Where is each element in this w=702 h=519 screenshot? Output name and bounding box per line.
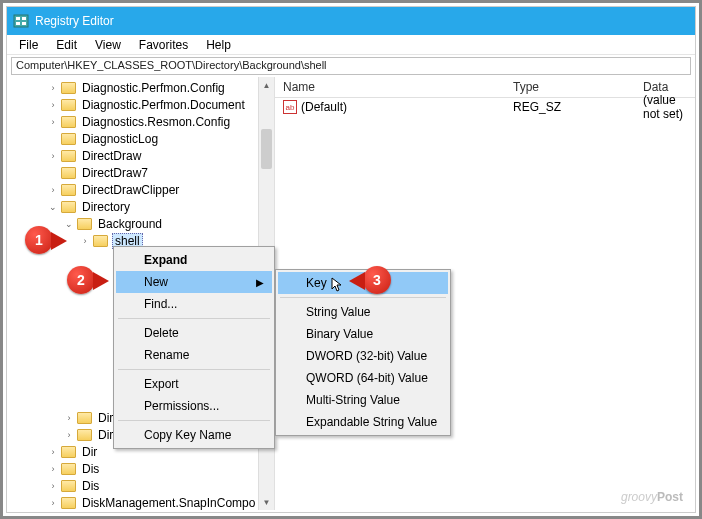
expand-icon[interactable] [47, 184, 59, 196]
callout-1: 1 [25, 226, 69, 256]
folder-icon [61, 446, 76, 458]
menu-bar: File Edit View Favorites Help [7, 35, 695, 55]
address-input[interactable]: Computer\HKEY_CLASSES_ROOT\Directory\Bac… [11, 57, 691, 75]
folder-icon [61, 116, 76, 128]
menu-rename[interactable]: Rename [116, 344, 272, 366]
expand-icon[interactable] [63, 412, 75, 424]
menu-copy-key-name[interactable]: Copy Key Name [116, 424, 272, 446]
submenu-dword[interactable]: DWORD (32-bit) Value [278, 345, 448, 367]
folder-icon [61, 480, 76, 492]
tree-item[interactable]: DiskManagement.SnapInCompo [80, 496, 257, 510]
menu-separator [118, 369, 270, 370]
value-data: (value not set) [635, 93, 695, 121]
folder-icon [93, 235, 108, 247]
folder-icon [61, 201, 76, 213]
menu-permissions[interactable]: Permissions... [116, 395, 272, 417]
svg-rect-1 [16, 17, 20, 20]
tree-item[interactable]: DirectDraw7 [80, 166, 150, 180]
tree-item-background[interactable]: Background [96, 217, 164, 231]
tree-item[interactable]: DiagnosticLog [80, 132, 160, 146]
menu-find[interactable]: Find... [116, 293, 272, 315]
tree-item[interactable]: Dir [80, 445, 99, 459]
submenu-multi-string[interactable]: Multi-String Value [278, 389, 448, 411]
svg-rect-3 [22, 17, 26, 20]
folder-icon [77, 412, 92, 424]
folder-icon [61, 167, 76, 179]
folder-icon [61, 184, 76, 196]
expand-icon[interactable] [63, 429, 75, 441]
title-bar: Registry Editor [7, 7, 695, 35]
menu-separator [118, 318, 270, 319]
svg-rect-2 [16, 22, 20, 25]
tree-item[interactable]: Diagnostic.Perfmon.Config [80, 81, 227, 95]
folder-icon [61, 150, 76, 162]
submenu-string[interactable]: String Value [278, 301, 448, 323]
menu-separator [118, 420, 270, 421]
submenu-qword[interactable]: QWORD (64-bit) Value [278, 367, 448, 389]
scroll-down-icon[interactable]: ▼ [259, 494, 274, 510]
menu-export[interactable]: Export [116, 373, 272, 395]
tree-item[interactable]: DirectDraw [80, 149, 143, 163]
tree-item[interactable]: Dis [80, 462, 101, 476]
folder-icon [77, 429, 92, 441]
collapse-icon[interactable] [47, 201, 59, 213]
expand-icon[interactable] [47, 463, 59, 475]
folder-icon [61, 82, 76, 94]
column-type[interactable]: Type [505, 77, 635, 97]
tree-item[interactable]: Diagnostics.Resmon.Config [80, 115, 232, 129]
callout-3: 3 [363, 266, 407, 296]
tree-item[interactable]: Diagnostic.Perfmon.Document [80, 98, 247, 112]
scroll-thumb[interactable] [261, 129, 272, 169]
address-bar: Computer\HKEY_CLASSES_ROOT\Directory\Bac… [7, 55, 695, 77]
submenu-binary[interactable]: Binary Value [278, 323, 448, 345]
folder-icon [61, 497, 76, 509]
expand-icon[interactable] [47, 480, 59, 492]
string-value-icon: ab [283, 100, 297, 114]
context-menu: Expand New▶ Find... Delete Rename Export… [113, 246, 275, 449]
tree-item[interactable]: Dis [80, 479, 101, 493]
svg-rect-4 [22, 22, 26, 25]
expand-icon[interactable] [47, 446, 59, 458]
menu-edit[interactable]: Edit [48, 36, 85, 54]
value-name: (Default) [301, 100, 347, 114]
value-type: REG_SZ [505, 100, 635, 114]
tree-item[interactable]: DirectDrawClipper [80, 183, 181, 197]
tree-item-directory[interactable]: Directory [80, 200, 132, 214]
menu-favorites[interactable]: Favorites [131, 36, 196, 54]
expand-icon[interactable] [79, 235, 91, 247]
scroll-up-icon[interactable]: ▲ [259, 77, 274, 93]
folder-icon [77, 218, 92, 230]
list-header: Name Type Data [275, 77, 695, 98]
column-name[interactable]: Name [275, 77, 505, 97]
expand-icon[interactable] [47, 82, 59, 94]
cursor-icon [331, 277, 347, 293]
expand-icon[interactable] [47, 497, 59, 509]
expand-icon[interactable] [47, 99, 59, 111]
menu-delete[interactable]: Delete [116, 322, 272, 344]
window-title: Registry Editor [35, 14, 114, 28]
callout-2: 2 [67, 266, 111, 296]
menu-separator [280, 297, 446, 298]
menu-file[interactable]: File [11, 36, 46, 54]
submenu-expandable-string[interactable]: Expandable String Value [278, 411, 448, 433]
folder-icon [61, 99, 76, 111]
expand-icon[interactable] [47, 116, 59, 128]
menu-new[interactable]: New▶ [116, 271, 272, 293]
menu-view[interactable]: View [87, 36, 129, 54]
submenu-arrow-icon: ▶ [256, 277, 264, 288]
regedit-icon [13, 13, 29, 29]
list-row[interactable]: ab(Default) REG_SZ (value not set) [275, 98, 695, 116]
watermark: groovyPost [621, 483, 683, 506]
folder-icon [61, 133, 76, 145]
svg-rect-0 [14, 15, 28, 27]
menu-help[interactable]: Help [198, 36, 239, 54]
expand-icon[interactable] [47, 150, 59, 162]
menu-expand[interactable]: Expand [116, 249, 272, 271]
folder-icon [61, 463, 76, 475]
